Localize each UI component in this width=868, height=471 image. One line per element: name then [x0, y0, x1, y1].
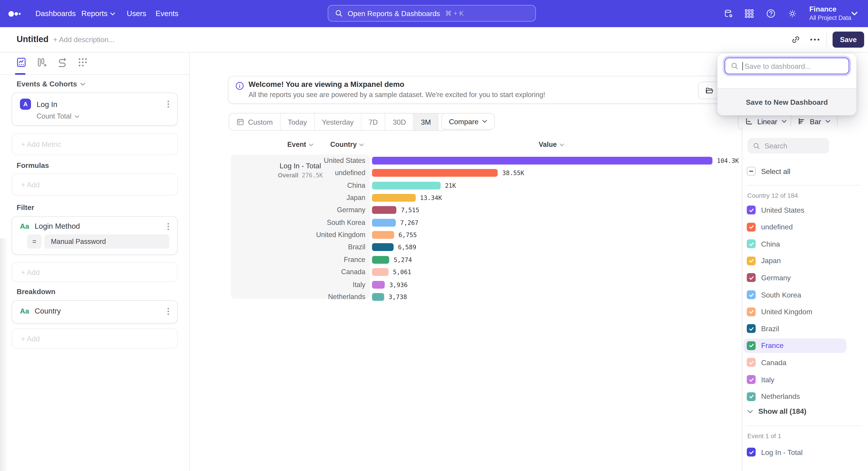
- legend-item-brazil[interactable]: Brazil: [743, 321, 846, 336]
- legend-item-germany[interactable]: Germany: [743, 271, 846, 285]
- filter-card[interactable]: Aa Login Method = Manual Password: [11, 216, 178, 255]
- legend-item-south-korea[interactable]: South Korea: [743, 288, 846, 302]
- legend-item-france[interactable]: France: [743, 338, 846, 353]
- legend-search-placeholder: Search: [765, 142, 787, 150]
- data-management-icon[interactable]: [723, 9, 734, 19]
- column-header-country[interactable]: Country: [308, 140, 386, 149]
- filter-property-name[interactable]: Login Method: [35, 222, 162, 231]
- check-icon: [748, 207, 754, 213]
- date-range-7d[interactable]: 7D: [361, 114, 385, 130]
- save-to-dashboard-input[interactable]: Save to dashboard...: [725, 58, 849, 74]
- metric-menu-icon[interactable]: [167, 100, 169, 108]
- chart-bar[interactable]: [372, 182, 440, 189]
- mixpanel-logo-icon[interactable]: [8, 11, 22, 17]
- chart-bar[interactable]: [372, 243, 394, 251]
- chart-bar-value: 104.3K: [717, 157, 739, 165]
- add-breakdown-button[interactable]: + Add: [11, 328, 178, 348]
- add-description-field[interactable]: + Add description...: [53, 35, 115, 44]
- legend-search-input[interactable]: Search: [747, 138, 829, 154]
- chart-bar[interactable]: [372, 157, 712, 165]
- text-cursor: [742, 62, 743, 70]
- compare-button[interactable]: Compare: [441, 113, 495, 129]
- chart-bar[interactable]: [372, 206, 397, 214]
- global-search[interactable]: Open Reports & Dashboards ⌘ + K: [328, 5, 536, 22]
- settings-gear-icon[interactable]: [788, 9, 797, 18]
- legend-item-checkbox[interactable]: [747, 206, 756, 214]
- nav-item-dashboards[interactable]: Dashboards: [35, 0, 76, 27]
- copy-link-icon[interactable]: [791, 35, 801, 45]
- project-chevron-down-icon[interactable]: [851, 11, 858, 16]
- welcome-banner: Welcome! You are viewing a Mixpanel demo…: [228, 76, 732, 104]
- project-switcher[interactable]: Finance All Project Data: [809, 4, 851, 22]
- chart-bar[interactable]: [372, 169, 498, 177]
- help-icon[interactable]: [766, 9, 776, 18]
- chart-bar[interactable]: [372, 219, 396, 227]
- event-checkbox[interactable]: [747, 448, 756, 457]
- tab-retention[interactable]: [57, 57, 68, 68]
- legend-item-united-states[interactable]: United States: [743, 203, 846, 217]
- filter-value[interactable]: Manual Password: [44, 234, 169, 249]
- date-range-today[interactable]: Today: [280, 114, 314, 130]
- check-icon: [748, 275, 754, 281]
- legend-item-undefined[interactable]: undefined: [743, 220, 846, 234]
- more-actions-icon[interactable]: [810, 38, 820, 41]
- legend-item-checkbox[interactable]: [747, 239, 756, 248]
- select-all-row[interactable]: Select all: [743, 164, 846, 178]
- legend-item-checkbox[interactable]: [747, 358, 756, 367]
- info-icon: [235, 82, 244, 90]
- filter-menu-icon[interactable]: [167, 223, 169, 230]
- chart-row-label: United Kingdom: [190, 231, 365, 239]
- legend-item-canada[interactable]: Canada: [743, 355, 846, 370]
- nav-item-reports[interactable]: Reports: [81, 0, 115, 27]
- breakdown-card[interactable]: Aa Country: [11, 300, 178, 324]
- show-all-button[interactable]: Show all (184): [747, 407, 806, 416]
- tab-flows[interactable]: [78, 57, 89, 68]
- chart-bar[interactable]: [372, 293, 384, 301]
- metric-name[interactable]: Log In: [37, 100, 162, 108]
- filter-operator[interactable]: =: [27, 234, 41, 249]
- metric-aggregation[interactable]: Count Total: [12, 110, 177, 120]
- legend-item-japan[interactable]: Japan: [743, 254, 846, 268]
- legend-item-checkbox[interactable]: [747, 290, 756, 299]
- date-range-custom[interactable]: Custom: [229, 114, 280, 130]
- legend-item-checkbox[interactable]: [747, 324, 756, 333]
- save-button[interactable]: Save: [833, 32, 864, 48]
- column-header-value[interactable]: Value: [513, 140, 590, 149]
- chart-row-label: Brazil: [190, 243, 365, 251]
- nav-item-users[interactable]: Users: [127, 0, 146, 27]
- save-to-new-dashboard-button[interactable]: Save to New Dashboard: [717, 88, 857, 115]
- breakdown-menu-icon[interactable]: [167, 307, 169, 315]
- metric-card[interactable]: A Log In Count Total: [11, 92, 178, 126]
- add-formula-button[interactable]: + Add: [11, 174, 178, 196]
- tab-insights[interactable]: [16, 57, 27, 68]
- date-range-30d[interactable]: 30D: [385, 114, 413, 130]
- apps-grid-icon[interactable]: [745, 9, 754, 18]
- chart-bar[interactable]: [372, 281, 385, 288]
- legend-item-checkbox[interactable]: [747, 375, 756, 384]
- add-filter-button[interactable]: + Add: [11, 262, 178, 282]
- nav-item-events[interactable]: Events: [156, 0, 178, 27]
- tab-funnels[interactable]: [37, 57, 48, 68]
- legend-item-netherlands[interactable]: Netherlands: [743, 389, 846, 404]
- legend-item-checkbox[interactable]: [747, 273, 756, 282]
- chart-bar[interactable]: [372, 231, 394, 239]
- legend-item-checkbox[interactable]: [747, 223, 756, 231]
- legend-item-united-kingdom[interactable]: United Kingdom: [743, 304, 846, 319]
- chart-bar[interactable]: [372, 256, 389, 264]
- select-all-checkbox[interactable]: [747, 167, 756, 176]
- date-range-3m[interactable]: 3M: [413, 114, 438, 130]
- section-events-cohorts[interactable]: Events & Cohorts: [17, 80, 85, 88]
- report-title[interactable]: Untitled: [17, 34, 49, 45]
- legend-item-checkbox[interactable]: [747, 392, 756, 401]
- date-range-yesterday[interactable]: Yesterday: [314, 114, 361, 130]
- legend-item-checkbox[interactable]: [747, 256, 756, 265]
- breakdown-property-name[interactable]: Country: [35, 307, 162, 315]
- add-metric-button[interactable]: + Add Metric: [11, 133, 178, 155]
- legend-event-row[interactable]: Log In - Total: [743, 445, 846, 460]
- chart-bar[interactable]: [372, 268, 389, 276]
- chart-bar[interactable]: [372, 194, 416, 202]
- legend-item-checkbox[interactable]: [747, 307, 756, 316]
- legend-item-italy[interactable]: Italy: [743, 372, 846, 387]
- legend-item-checkbox[interactable]: [747, 341, 756, 350]
- legend-item-china[interactable]: China: [743, 237, 846, 251]
